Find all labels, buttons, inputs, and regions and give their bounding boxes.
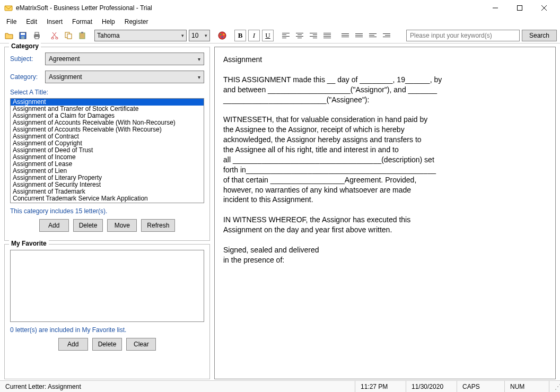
- outdent-icon[interactable]: [367, 30, 379, 41]
- search-button[interactable]: Search: [522, 30, 557, 41]
- window-controls: [484, 1, 556, 15]
- category-panel: Category Subject: Agreement Category: As…: [4, 47, 210, 241]
- font-size-select[interactable]: 10: [189, 30, 210, 41]
- menu-format[interactable]: Format: [68, 17, 97, 27]
- font-select[interactable]: Tahoma: [94, 30, 187, 41]
- cut-icon[interactable]: [49, 30, 60, 41]
- close-button[interactable]: [532, 1, 556, 15]
- status-date: 11/30/2020: [406, 381, 457, 392]
- category-legend: Category: [9, 42, 41, 50]
- search-input[interactable]: [406, 30, 520, 41]
- indent-icon[interactable]: [381, 30, 392, 41]
- svg-rect-16: [67, 34, 72, 39]
- svg-rect-18: [81, 32, 83, 33]
- svg-point-19: [218, 32, 226, 39]
- paste-icon[interactable]: [76, 30, 88, 41]
- title-listbox[interactable]: AssignmentAssignment and Transfer of Sto…: [10, 98, 204, 203]
- svg-rect-9: [35, 32, 39, 34]
- menu-edit[interactable]: Edit: [22, 17, 41, 27]
- category-label: Category:: [10, 73, 45, 81]
- fav-delete-button[interactable]: Delete: [92, 338, 122, 351]
- menubar: File Edit Insert Format Help Register: [0, 16, 560, 28]
- svg-rect-17: [80, 33, 85, 39]
- svg-point-14: [56, 37, 58, 39]
- main-area: Category Subject: Agreement Category: As…: [0, 43, 560, 380]
- fav-clear-button[interactable]: Clear: [126, 338, 156, 351]
- menu-help[interactable]: Help: [98, 17, 119, 27]
- status-num: NUM: [504, 381, 549, 392]
- print-icon[interactable]: [31, 30, 42, 41]
- favorite-count: 0 letter(s) are included in My Favorite …: [10, 326, 204, 334]
- open-icon[interactable]: [3, 30, 15, 41]
- favorite-listbox[interactable]: [10, 250, 204, 322]
- align-center-icon[interactable]: [294, 30, 305, 41]
- category-combo[interactable]: Assignment: [45, 71, 204, 83]
- maximize-button[interactable]: [508, 1, 531, 15]
- subject-label: Subject:: [10, 55, 45, 63]
- svg-point-22: [222, 36, 223, 38]
- statusbar: Current Letter: Assignment 11:27 PM 11/3…: [0, 380, 560, 392]
- favorite-panel: My Favorite 0 letter(s) are included in …: [4, 244, 210, 379]
- letter-preview[interactable]: Assignment THIS ASSIGNMENT made this __ …: [214, 47, 556, 379]
- left-column: Category Subject: Agreement Category: As…: [4, 47, 210, 379]
- svg-point-21: [223, 33, 225, 35]
- refresh-button[interactable]: Refresh: [141, 219, 175, 232]
- italic-button[interactable]: I: [248, 30, 260, 41]
- status-current: Current Letter: Assignment: [0, 381, 355, 392]
- minimize-button[interactable]: [484, 1, 507, 15]
- titlebar: eMatrixSoft - Business Letter Profession…: [0, 0, 560, 16]
- svg-point-20: [220, 33, 222, 35]
- bold-button[interactable]: B: [234, 30, 246, 41]
- svg-rect-10: [35, 37, 39, 39]
- fav-add-button[interactable]: Add: [58, 338, 88, 351]
- select-title-label: Select A Title:: [10, 89, 204, 96]
- underline-button[interactable]: U: [262, 30, 274, 41]
- list-number-icon[interactable]: [339, 30, 351, 41]
- add-button[interactable]: Add: [39, 219, 69, 232]
- list-item[interactable]: Concurrent Trademark Service Mark Applic…: [11, 195, 204, 202]
- subject-combo[interactable]: Agreement: [45, 53, 204, 65]
- menu-register[interactable]: Register: [120, 17, 153, 27]
- toolbar: Tahoma 10 B I U Search: [0, 28, 560, 43]
- align-left-icon[interactable]: [280, 30, 292, 41]
- status-time: 11:27 PM: [355, 381, 406, 392]
- move-button[interactable]: Move: [107, 219, 137, 232]
- color-icon[interactable]: [216, 30, 228, 41]
- align-justify-icon[interactable]: [321, 30, 333, 41]
- delete-button[interactable]: Delete: [73, 219, 103, 232]
- resize-grip[interactable]: ⋰: [549, 381, 560, 392]
- menu-file[interactable]: File: [2, 17, 21, 27]
- align-right-icon[interactable]: [308, 30, 319, 41]
- svg-point-13: [51, 37, 54, 39]
- window-title: eMatrixSoft - Business Letter Profession…: [16, 4, 484, 12]
- category-count: This category includes 15 letter(s).: [10, 207, 204, 215]
- menu-insert[interactable]: Insert: [42, 17, 67, 27]
- svg-rect-2: [518, 6, 522, 11]
- copy-icon[interactable]: [63, 30, 74, 41]
- status-caps: CAPS: [457, 381, 504, 392]
- save-icon[interactable]: [17, 30, 29, 41]
- list-bullet-icon[interactable]: [353, 30, 365, 41]
- svg-rect-7: [21, 36, 24, 39]
- favorite-legend: My Favorite: [9, 240, 49, 247]
- app-icon: [4, 4, 13, 12]
- svg-rect-6: [21, 33, 25, 35]
